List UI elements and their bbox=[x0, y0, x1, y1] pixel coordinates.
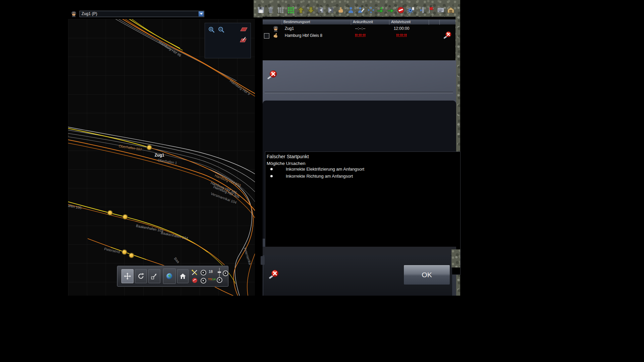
track-map[interactable]: Hamburg Hbf 96Hamburg Hbf 90sOberhafen 1… bbox=[68, 19, 255, 296]
waypoint-marker[interactable] bbox=[107, 210, 113, 216]
marker-edit-button[interactable] bbox=[239, 36, 249, 43]
grid-large-icon bbox=[287, 6, 295, 14]
driver-edit-button[interactable] bbox=[356, 5, 365, 15]
move-button[interactable] bbox=[121, 269, 133, 283]
waypoint-marker[interactable] bbox=[129, 253, 134, 258]
save-button[interactable] bbox=[256, 5, 265, 15]
portal-button[interactable] bbox=[416, 5, 425, 15]
row-checkbox[interactable] bbox=[264, 33, 269, 39]
select-hand-icon bbox=[337, 6, 345, 14]
shift-left-icon bbox=[317, 6, 325, 14]
zoom-in-button[interactable] bbox=[208, 26, 216, 34]
train-selector-value: Zug1 (P) bbox=[82, 11, 97, 16]
depot-button[interactable] bbox=[446, 5, 455, 15]
grid-small-button[interactable] bbox=[276, 5, 285, 15]
terrain-brush-value: 18 bbox=[209, 269, 213, 274]
depot-icon bbox=[447, 6, 455, 14]
waypoint-marker[interactable] bbox=[147, 145, 152, 150]
delete-waypoint-button[interactable] bbox=[443, 31, 452, 40]
zoom-in-icon bbox=[208, 26, 216, 34]
delete-all-button[interactable] bbox=[268, 269, 279, 280]
hand-icon bbox=[272, 32, 279, 39]
driver-icon bbox=[69, 10, 78, 17]
hud-toggle-1[interactable] bbox=[201, 270, 206, 276]
row-departure-error: !!:!!:!! bbox=[387, 33, 416, 38]
driver-icon bbox=[347, 6, 355, 14]
waypoint-add-button[interactable] bbox=[376, 5, 385, 15]
panel-divider bbox=[265, 92, 453, 93]
chevron-down-icon bbox=[200, 13, 203, 15]
app-window: Hamburg Hbf 96Hamburg Hbf 90sOberhafen 1… bbox=[0, 0, 644, 362]
world-view-button[interactable] bbox=[163, 268, 176, 284]
driver-button[interactable] bbox=[346, 5, 355, 15]
delete-button[interactable] bbox=[266, 5, 275, 15]
shift-right-icon bbox=[327, 6, 335, 14]
snap-icon bbox=[367, 6, 375, 14]
version-badge-num: 14 bbox=[212, 277, 216, 281]
zoom-out-icon bbox=[217, 26, 225, 34]
grid-large-button[interactable] bbox=[286, 5, 295, 15]
free-move-button[interactable] bbox=[148, 269, 160, 283]
driver-edit-icon bbox=[357, 6, 365, 14]
terrain-up-icon bbox=[297, 6, 305, 14]
no-entry-icon bbox=[397, 6, 405, 14]
driver-icon bbox=[272, 25, 279, 32]
red-area-icon bbox=[239, 26, 249, 33]
hud-toggle-3[interactable] bbox=[201, 278, 206, 284]
row-destination: Zug1 bbox=[285, 26, 294, 31]
delete-all-icon bbox=[268, 269, 279, 280]
no-entry-button[interactable] bbox=[396, 5, 406, 15]
portal-icon bbox=[417, 6, 425, 14]
train-selector[interactable]: Zug1 (P) bbox=[79, 11, 204, 17]
grid-small-icon bbox=[277, 6, 285, 14]
tools-button[interactable] bbox=[191, 269, 198, 276]
flag-button[interactable] bbox=[426, 5, 435, 15]
map-tools-panel bbox=[205, 23, 251, 58]
hud-toggle-2[interactable] bbox=[223, 270, 228, 276]
shift-right-button[interactable] bbox=[326, 5, 335, 15]
train-map-label: Zug1 bbox=[155, 153, 164, 158]
waypoint-marker[interactable] bbox=[122, 214, 128, 220]
home-icon bbox=[179, 272, 187, 280]
globe-icon bbox=[165, 272, 173, 280]
row-arrival: --:--:-- bbox=[347, 26, 373, 31]
timetable-panel: Bestimmungsort Ankunftszeit Abfahrtszeit… bbox=[263, 17, 455, 60]
timetable-header: Bestimmungsort Ankunftszeit Abfahrtszeit bbox=[263, 19, 455, 24]
keypad-button[interactable] bbox=[436, 5, 445, 15]
marker-area-button[interactable] bbox=[239, 26, 249, 33]
select-hand-button[interactable] bbox=[336, 5, 345, 15]
red-area-edit-icon bbox=[239, 36, 249, 43]
hud-toggle-4[interactable] bbox=[217, 277, 222, 283]
shift-left-button[interactable] bbox=[316, 5, 325, 15]
confirm-panel: OK bbox=[263, 255, 452, 296]
delete-instruction-button[interactable] bbox=[267, 70, 277, 81]
rotate-button[interactable] bbox=[135, 269, 147, 283]
hud-slider[interactable] bbox=[218, 268, 221, 277]
record-button[interactable] bbox=[192, 277, 198, 284]
version-badge: TS14 bbox=[208, 277, 216, 281]
version-badge-ts: TS bbox=[208, 277, 212, 281]
scenario-settings-icon bbox=[407, 6, 415, 14]
desktop-texture bbox=[451, 249, 460, 267]
col-bestimmungsort: Bestimmungsort bbox=[283, 20, 310, 24]
save-icon bbox=[257, 6, 265, 14]
row-arrival-error: !!:!!:!! bbox=[347, 33, 373, 38]
waypoint-go-button[interactable] bbox=[386, 5, 395, 15]
waypoint-marker[interactable] bbox=[122, 249, 127, 255]
flag-icon bbox=[427, 6, 435, 14]
timetable-row[interactable]: Hamburg Hbf Gleis 8 !!:!!:!! !!:!!:!! bbox=[263, 32, 455, 39]
error-message-container: Falscher Startpunkt Mögliche Ursachen In… bbox=[263, 101, 456, 239]
ok-button[interactable]: OK bbox=[404, 265, 450, 285]
terrain-up-button[interactable] bbox=[296, 5, 305, 15]
error-subtitle: Mögliche Ursachen bbox=[267, 161, 306, 166]
dropdown-arrow-button[interactable] bbox=[199, 11, 204, 16]
delete-waypoint-icon bbox=[443, 31, 452, 40]
col-abfahrtszeit: Abfahrtszeit bbox=[391, 20, 411, 24]
scenario-settings-button[interactable] bbox=[406, 5, 415, 15]
row-destination: Hamburg Hbf Gleis 8 bbox=[285, 33, 322, 38]
zoom-out-button[interactable] bbox=[217, 26, 225, 34]
timetable-row[interactable]: Zug1 --:--:-- 12:00:00 bbox=[263, 25, 455, 32]
home-button[interactable] bbox=[177, 269, 189, 283]
snap-button[interactable] bbox=[366, 5, 375, 15]
terrain-down-button[interactable] bbox=[306, 5, 315, 15]
